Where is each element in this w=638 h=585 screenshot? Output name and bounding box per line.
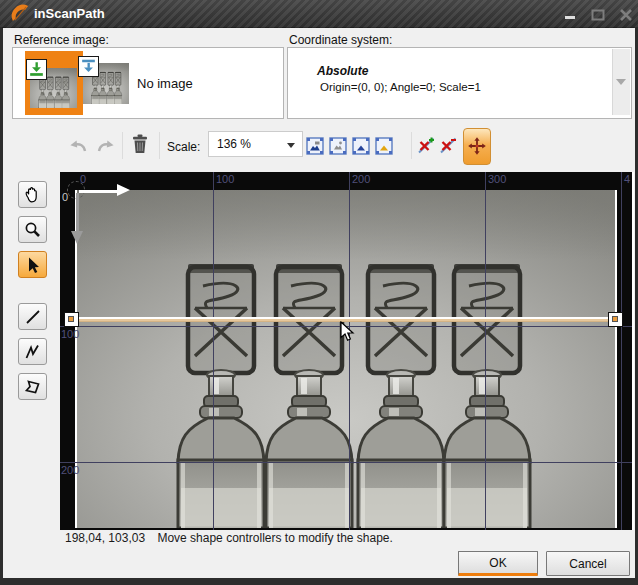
- zoom-tool-icon: [23, 220, 43, 240]
- add-path-point-icon[interactable]: [417, 136, 436, 159]
- zoom-tool[interactable]: [18, 216, 47, 243]
- canvas-edge-highlight: [632, 172, 634, 530]
- polygon-tool[interactable]: [18, 373, 47, 400]
- ruler-top-300: 300: [488, 173, 506, 185]
- trash-icon[interactable]: [130, 133, 150, 159]
- y-axis-line: [76, 193, 79, 231]
- set-reference-badge-icon: [78, 56, 99, 77]
- toolbar-separator: [122, 132, 123, 159]
- ok-button[interactable]: OK: [458, 551, 538, 576]
- status-bar: 198,04, 103,03 Move shape controllers to…: [65, 531, 393, 545]
- ruler-left-200: 200: [61, 464, 79, 476]
- path-handle-left[interactable]: [64, 312, 79, 327]
- xray-bottles-photo: [77, 190, 615, 528]
- polyline-tool[interactable]: [18, 338, 47, 365]
- ruler-left-100: 100: [61, 328, 79, 340]
- gridline-x200: [349, 172, 350, 530]
- image-canvas[interactable]: 0 100 200 300 4 0 100 200: [60, 172, 632, 530]
- undo-icon[interactable]: [67, 136, 89, 158]
- scroll-down-icon: [616, 79, 626, 85]
- import-image-badge-icon: [26, 59, 47, 80]
- app-logo-icon: [11, 4, 30, 27]
- reference-image-box: No image: [12, 47, 284, 119]
- line-tool-icon: [23, 307, 43, 327]
- gridline-y200: [60, 462, 632, 463]
- chevron-down-icon: [287, 143, 295, 148]
- coordinate-system-label: Coordinate system:: [289, 33, 392, 47]
- title-bar[interactable]: inScanPath: [0, 0, 638, 28]
- remove-path-point-icon[interactable]: [439, 136, 458, 159]
- ruler-top-400: 4: [624, 173, 630, 185]
- zoom-fit-shape-blue-icon[interactable]: [352, 137, 370, 159]
- x-axis-line: [79, 190, 117, 193]
- move-shape-icon: [468, 137, 486, 155]
- status-message: Move shape controllers to modify the sha…: [157, 531, 392, 545]
- pan-hand-icon: [23, 185, 43, 205]
- coordinate-scrollbar[interactable]: [612, 49, 630, 115]
- close-icon[interactable]: [618, 8, 634, 22]
- gridline-x400: [621, 172, 622, 530]
- redo-icon[interactable]: [95, 136, 117, 158]
- select-tool[interactable]: [18, 251, 47, 278]
- zoom-fit-image-icon[interactable]: [306, 137, 324, 159]
- no-image-text: No image: [137, 76, 193, 91]
- inscanpath-dialog: inScanPath Reference image:: [0, 0, 638, 585]
- maximize-icon[interactable]: [590, 8, 606, 22]
- cursor-coordinates: 198,04, 103,03: [65, 531, 145, 545]
- scale-combobox[interactable]: 136 %: [208, 131, 303, 157]
- move-shape-button[interactable]: [463, 128, 491, 165]
- coordinate-system-box[interactable]: Absolute Origin=(0, 0); Angle=0; Scale=1: [287, 47, 632, 119]
- ruler-top-200: 200: [352, 173, 370, 185]
- pan-hand-tool[interactable]: [18, 181, 47, 208]
- minimize-icon[interactable]: [562, 8, 578, 22]
- ruler-top-100: 100: [216, 173, 234, 185]
- polyline-tool-icon: [23, 342, 43, 362]
- handle-center-dot: [68, 316, 74, 322]
- coordinate-mode: Absolute: [317, 64, 368, 78]
- zoom-fit-shape-yellow-icon[interactable]: [375, 137, 393, 159]
- window-title: inScanPath: [34, 6, 105, 21]
- toolbar-separator: [159, 132, 160, 159]
- path-handle-right[interactable]: [608, 312, 623, 327]
- scale-value: 136 %: [217, 137, 251, 151]
- photo-right-border: [615, 190, 617, 528]
- scale-label: Scale:: [167, 140, 200, 154]
- coordinate-details: Origin=(0, 0); Angle=0; Scale=1: [320, 81, 481, 93]
- toolbar-separator: [411, 132, 412, 159]
- reference-image-label: Reference image:: [14, 33, 109, 47]
- polygon-tool-icon: [23, 377, 43, 397]
- cancel-button[interactable]: Cancel: [546, 551, 630, 576]
- mouse-cursor-icon: [340, 321, 355, 343]
- reference-thumbnail-empty[interactable]: [74, 51, 136, 115]
- zoom-fit-gray-icon[interactable]: [329, 137, 347, 159]
- handle-center-dot: [612, 316, 618, 322]
- x-axis-arrow-icon: [117, 184, 130, 196]
- line-tool[interactable]: [18, 303, 47, 330]
- gridline-x300: [485, 172, 486, 530]
- gridline-x100: [213, 172, 214, 530]
- y-axis-arrow-icon: [71, 231, 83, 244]
- select-arrow-icon: [23, 255, 43, 275]
